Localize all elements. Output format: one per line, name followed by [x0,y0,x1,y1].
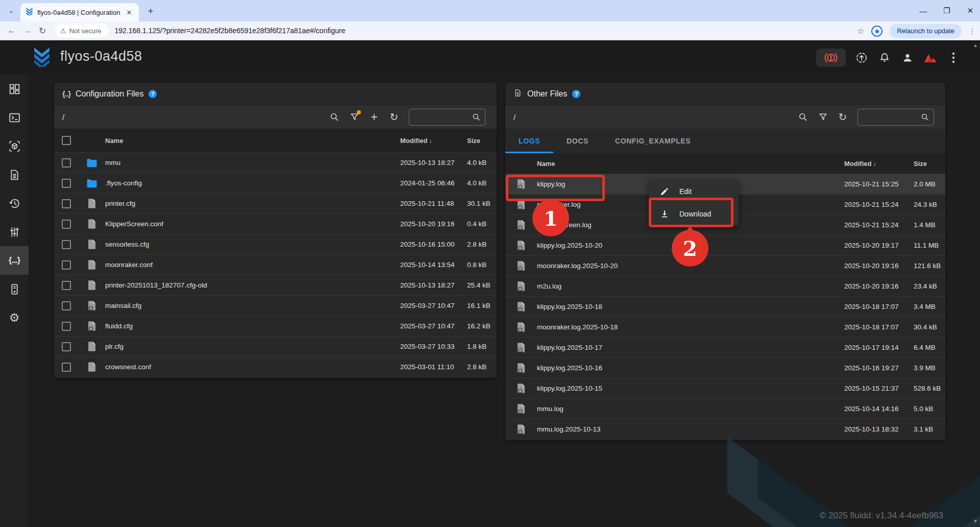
tab-search-button[interactable]: ⌄ [4,4,18,17]
table-row[interactable]: KlipperScreen.conf 2025-10-20 19:16 0.4 … [54,213,497,234]
forward-button[interactable]: → [19,23,35,38]
file-size: 5.0 kB [914,405,945,413]
emergency-stop-button[interactable] [816,49,846,67]
sidebar-item-jobs[interactable] [0,160,29,189]
folder-tab[interactable]: CONFIG_EXAMPLES [602,129,704,153]
right-table-header: Name Modified↓ Size [505,153,945,174]
row-checkbox[interactable] [62,322,71,331]
add-file-icon[interactable]: + [366,109,382,125]
browser-menu-icon[interactable]: ⋮ [969,27,976,35]
profile-icon[interactable]: ☻ [871,26,883,37]
refresh-icon[interactable]: ↻ [386,109,402,125]
context-menu-edit[interactable]: Edit [649,180,739,203]
row-checkbox[interactable] [62,301,71,310]
relaunch-button[interactable]: Relaunch to update [890,24,962,38]
col-modified-header[interactable]: Modified↓ [400,137,467,145]
sidebar-item-dashboard[interactable] [0,75,29,103]
col-size-header[interactable]: Size [467,137,497,145]
scroll-down-icon[interactable]: ▼ [973,518,978,524]
table-row[interactable]: sensorless.cfg 2025-10-16 15:00 2.8 kB [54,234,497,254]
back-button[interactable]: ← [4,23,19,38]
filter-icon[interactable] [815,109,830,125]
table-row[interactable]: mmu.log 2025-10-14 14:16 5.0 kB [505,398,945,419]
sidebar-item-history[interactable] [0,189,29,218]
row-checkbox[interactable] [62,179,71,188]
new-tab-button[interactable]: + [144,5,157,18]
row-checkbox[interactable] [62,342,71,351]
col-name-header[interactable]: Name [537,160,844,167]
brand-logo-red[interactable] [923,51,938,65]
updates-icon[interactable] [854,51,869,65]
row-checkbox[interactable] [62,220,71,229]
col-size-header[interactable]: Size [914,160,945,167]
row-checkbox[interactable] [62,199,71,208]
select-all-checkbox[interactable] [62,136,71,145]
window-minimize-button[interactable]: — [919,7,928,15]
context-menu-download[interactable]: Download [649,203,739,225]
breadcrumb[interactable]: / [513,113,795,122]
table-row[interactable]: klippy.log.2025-10-15 2025-10-15 21:37 5… [505,378,945,398]
notifications-bell-icon[interactable] [877,51,892,65]
search-input[interactable] [857,109,934,126]
breadcrumb[interactable]: / [62,113,327,122]
page-scrollbar[interactable]: ▲ ▼ [972,40,980,527]
row-checkbox[interactable] [62,158,71,167]
table-row[interactable]: fluidd.cfg 2025-03-27 10:47 16.2 kB [54,316,497,336]
sidebar-item-settings[interactable]: ⚙ [0,303,29,332]
col-modified-header[interactable]: Modified↓ [844,160,914,167]
table-row[interactable]: moonraker.log.2025-10-20 2025-10-20 19:1… [505,255,945,276]
file-type-icon [505,260,537,271]
screen: ⌄ flyos-0a4d58 | Configuration ✕ + — ❐ ✕… [0,0,980,527]
sidebar-item-console[interactable] [0,103,29,132]
search-icon[interactable] [327,109,342,125]
sidebar-item-system[interactable] [0,275,29,303]
file-name: moonraker.conf [105,261,400,269]
table-row[interactable]: moonraker.conf 2025-10-14 13:54 0.8 kB [54,254,497,275]
bookmark-star-icon[interactable]: ☆ [857,26,864,36]
table-row[interactable]: mmu 2025-10-13 18:27 4.0 kB [54,152,497,173]
file-size: 11.1 MB [914,242,945,249]
scroll-up-icon[interactable]: ▲ [973,42,978,48]
table-row[interactable]: plr.cfg 2025-03-27 10:33 1.8 kB [54,336,497,356]
user-icon[interactable] [900,51,915,65]
sidebar-item-tune[interactable] [0,218,29,246]
row-checkbox[interactable] [62,260,71,270]
table-row[interactable]: mainsail.cfg 2025-03-27 10:47 16.1 kB [54,295,497,316]
table-row[interactable]: klippy.log.2025-10-18 2025-10-18 17:07 3… [505,296,945,317]
refresh-icon[interactable]: ↻ [835,109,850,125]
tab-close-icon[interactable]: ✕ [125,8,134,17]
table-row[interactable]: printer-20251013_182707.cfg-old 2025-10-… [54,275,497,295]
omnibox[interactable]: ⚠ Not secure 192.168.1.125/?printer=2428… [55,23,851,38]
table-row[interactable]: crowsnest.conf 2025-03-01 11:10 2.8 kB [54,356,497,377]
reload-button[interactable]: ↻ [35,23,50,38]
search-input[interactable] [409,109,485,126]
col-name-header[interactable]: Name [105,137,400,145]
help-icon[interactable]: ? [149,90,157,98]
table-row[interactable]: moonraker.log.2025-10-18 2025-10-18 17:0… [505,317,945,337]
file-size: 16.2 kB [467,322,497,330]
file-name: mmu.log [537,405,844,413]
row-checkbox[interactable] [62,363,71,372]
file-type-icon [505,281,537,292]
not-secure-chip[interactable]: ⚠ Not secure [55,23,109,38]
row-checkbox[interactable] [62,281,71,290]
window-close-button[interactable]: ✕ [966,6,975,15]
help-icon[interactable]: ? [572,90,580,98]
table-row[interactable]: .flyos-config 2024-01-25 06:46 4.0 kB [54,173,497,193]
table-row[interactable]: printer.cfg 2025-10-21 11:48 30.1 kB [54,193,497,213]
table-row[interactable]: mmu.log.2025-10-13 2025-10-13 18:32 3.1 … [505,419,945,439]
table-row[interactable]: m2u.log 2025-10-20 19:16 23.4 kB [505,276,945,296]
search-icon[interactable] [795,109,811,125]
table-row[interactable]: klippy.log.2025-10-16 2025-10-16 19:27 3… [505,357,945,378]
table-row[interactable]: klippy.log.2025-10-20 2025-10-20 19:17 1… [505,235,945,255]
folder-tab[interactable]: DOCS [553,129,602,153]
sidebar-item-configuration[interactable]: {...} [0,246,29,275]
window-maximize-button[interactable]: ❐ [942,6,951,15]
folder-tab[interactable]: LOGS [505,129,553,153]
browser-tab[interactable]: flyos-0a4d58 | Configuration ✕ [20,3,139,21]
table-row[interactable]: klippy.log.2025-10-17 2025-10-17 19:14 6… [505,337,945,357]
filter-icon[interactable] [347,109,362,125]
row-checkbox[interactable] [62,240,71,249]
overflow-menu-icon[interactable] [946,51,961,65]
sidebar-item-gcode-preview[interactable] [0,132,29,160]
